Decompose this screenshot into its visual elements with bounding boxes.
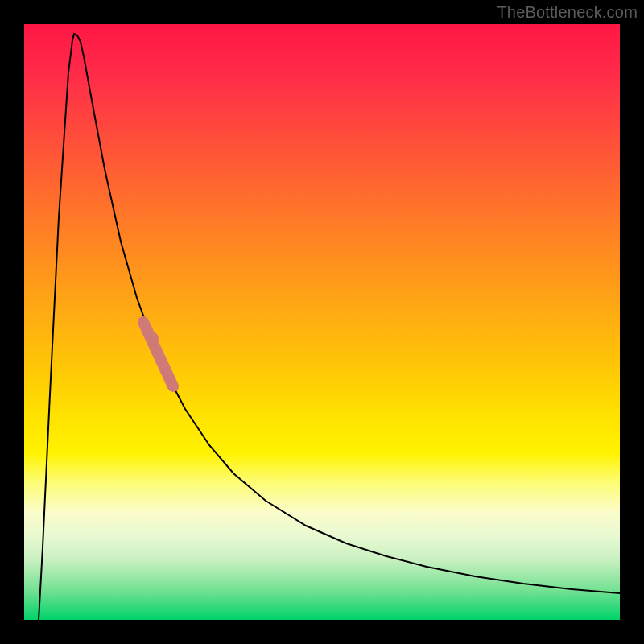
- highlight-segment: [143, 322, 173, 386]
- curve-svg: [24, 24, 620, 620]
- bottleneck-curve: [39, 34, 620, 620]
- plot-area: [24, 24, 620, 620]
- chart-frame: TheBottleneck.com: [0, 0, 644, 644]
- highlight-dot: [147, 332, 159, 344]
- watermark-text: TheBottleneck.com: [497, 3, 638, 22]
